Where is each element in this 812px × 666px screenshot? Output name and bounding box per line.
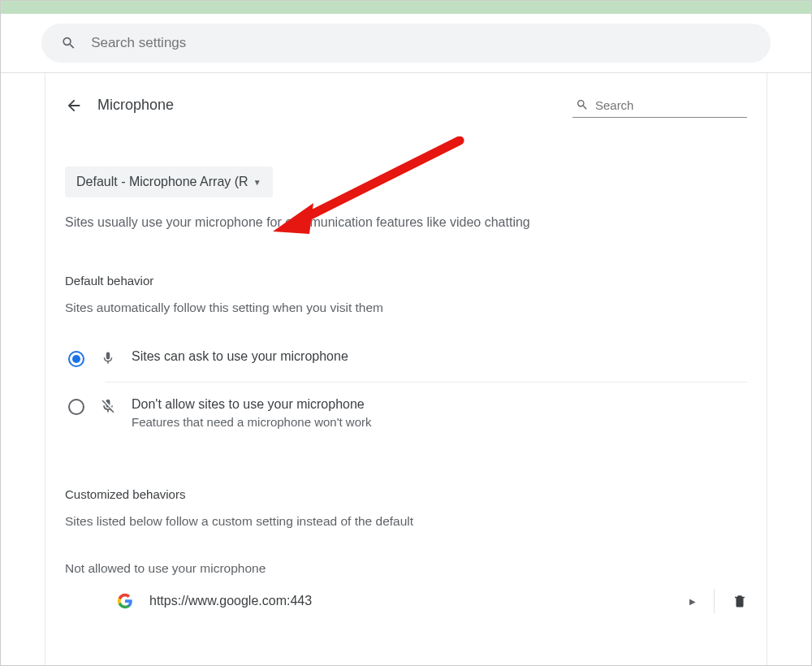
divider xyxy=(714,589,715,613)
back-arrow-icon xyxy=(65,97,83,115)
customized-behaviors-heading: Customized behaviors xyxy=(65,487,747,501)
usage-hint: Sites usually use your microphone for co… xyxy=(65,215,747,230)
microphone-icon xyxy=(99,349,117,367)
microphone-device-label: Default - Microphone Array (R xyxy=(76,175,248,189)
page-title: Microphone xyxy=(97,97,558,114)
site-details-button[interactable]: ▶ xyxy=(689,597,696,606)
radio-indicator-selected xyxy=(68,351,84,367)
radio-option-block[interactable]: Don't allow sites to use your microphone… xyxy=(67,383,747,443)
annotation-highlight-strip xyxy=(1,1,811,14)
not-allowed-heading: Not allowed to use your microphone xyxy=(65,561,747,576)
radio-indicator xyxy=(68,399,84,415)
radio-label: Sites can ask to use your microphone xyxy=(132,349,348,364)
search-icon xyxy=(61,35,76,51)
customized-behaviors-subtext: Sites listed below follow a custom setti… xyxy=(65,514,747,529)
delete-site-button[interactable] xyxy=(732,593,747,609)
radio-label: Don't allow sites to use your microphone xyxy=(132,397,372,412)
search-icon xyxy=(576,97,589,112)
settings-search-bar[interactable] xyxy=(41,24,771,63)
blocked-site-url: https://www.google.com:443 xyxy=(149,594,689,608)
trash-icon xyxy=(732,593,747,609)
settings-top-bar xyxy=(1,14,811,73)
radio-sublabel: Features that need a microphone won't wo… xyxy=(132,415,372,429)
chevron-down-icon: ▼ xyxy=(253,178,261,187)
microphone-device-select[interactable]: Default - Microphone Array (R ▼ xyxy=(65,166,273,197)
blocked-site-row[interactable]: https://www.google.com:443 ▶ xyxy=(65,576,747,616)
panel-search-input[interactable] xyxy=(595,98,745,112)
settings-search-input[interactable] xyxy=(91,35,751,51)
microphone-off-icon xyxy=(99,397,117,415)
chevron-right-icon: ▶ xyxy=(689,597,696,606)
radio-option-allow-ask[interactable]: Sites can ask to use your microphone xyxy=(67,335,747,382)
panel-search[interactable] xyxy=(572,93,747,118)
default-behavior-subtext: Sites automatically follow this setting … xyxy=(65,301,747,315)
microphone-settings-panel: Microphone Default - Microphone Array (R… xyxy=(45,73,767,665)
back-button[interactable] xyxy=(65,97,83,115)
default-behavior-heading: Default behavior xyxy=(65,274,747,288)
google-favicon-icon xyxy=(112,593,138,609)
